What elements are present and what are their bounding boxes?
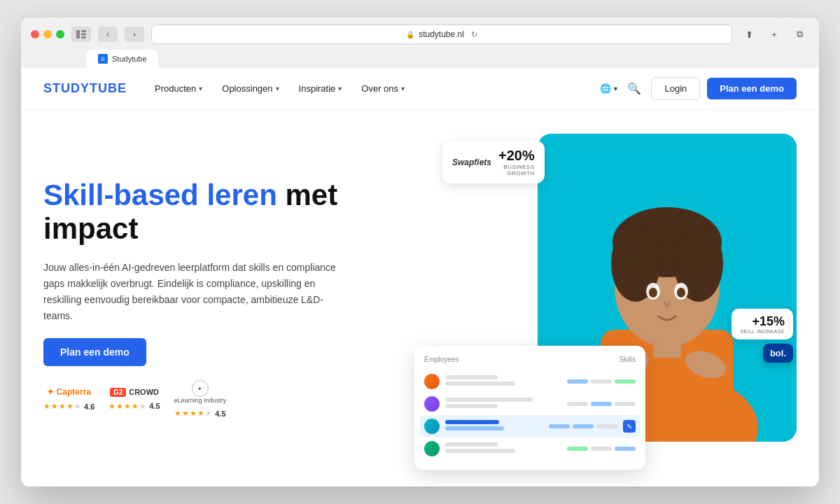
sub-bar xyxy=(445,382,515,386)
sub-bar xyxy=(445,404,498,408)
ratings-section: ✦ Capterra ★ ★ ★ ★ ★ 4.6 xyxy=(43,380,393,418)
employees-col-header: Employees xyxy=(424,356,458,363)
skills-col-header: Skills xyxy=(620,356,636,363)
dashboard-card: Employees Skills xyxy=(414,346,645,470)
star-icon: ★ xyxy=(132,402,139,411)
g2-stars: ★ ★ ★ ★ ★ 4.5 xyxy=(108,402,160,411)
badge-top-logo: Swapfiets xyxy=(452,158,491,167)
nav-oplossingen-label: Oplossingen xyxy=(222,83,272,94)
g2-score: 4.5 xyxy=(149,402,160,410)
capterra-rating: ✦ Capterra ★ ★ ★ ★ ★ 4.6 xyxy=(43,387,94,411)
nav-over-ons[interactable]: Over ons ▾ xyxy=(361,83,405,94)
elearning-label: eLearning Industry xyxy=(174,397,227,404)
skill-pill xyxy=(615,402,636,406)
nav-oplossingen[interactable]: Oplossingen ▾ xyxy=(222,83,279,94)
chevron-down-icon: ▾ xyxy=(338,85,342,92)
employee-name xyxy=(445,420,543,433)
table-row-highlighted: ✎ xyxy=(420,415,640,438)
edit-icon: ✎ xyxy=(623,420,636,433)
skills-bars xyxy=(567,402,636,406)
new-tab-button[interactable]: + xyxy=(764,27,784,42)
nav-links: Producten ▾ Oplossingen ▾ Inspiratie ▾ O… xyxy=(155,83,600,94)
search-button[interactable]: 🔍 xyxy=(624,79,644,98)
name-bar xyxy=(445,442,498,447)
table-row xyxy=(424,370,636,393)
share-button[interactable]: ⬆ xyxy=(739,27,759,42)
language-selector[interactable]: 🌐 ▾ xyxy=(600,83,617,94)
hero-section: Skill-based leren met impact Jouw alles-… xyxy=(21,110,819,486)
top-badge: Swapfiets +20% BUSINESS GROWTH xyxy=(442,141,545,183)
nav-inspiratie[interactable]: Inspiratie ▾ xyxy=(299,83,342,94)
hero-title: Skill-based leren met impact xyxy=(43,178,393,246)
plan-demo-nav-button[interactable]: Plan een demo xyxy=(707,78,797,99)
skills-bars xyxy=(549,424,617,428)
name-bar xyxy=(445,375,498,379)
svg-point-14 xyxy=(677,288,685,298)
avatar xyxy=(424,396,440,412)
star-icon: ★ xyxy=(116,402,123,411)
hero-description: Jouw alles-in-één AI-gedreven leerplatfo… xyxy=(43,260,344,324)
skill-percentage: +15% xyxy=(740,314,785,329)
g2-badge: G2 xyxy=(110,388,126,397)
browser-window: ‹ › 🔒 studytube.nl ↻ ⬆ + ⧉ S Studytube xyxy=(21,18,819,486)
star-icon: ★ xyxy=(66,402,74,411)
browser-chrome: ‹ › 🔒 studytube.nl ↻ ⬆ + ⧉ S Studytube xyxy=(21,18,819,68)
star-icon: ★ xyxy=(174,409,181,418)
star-icon: ★ xyxy=(139,402,146,411)
reload-icon: ↻ xyxy=(471,30,477,39)
back-button[interactable]: ‹ xyxy=(98,27,118,42)
svg-rect-15 xyxy=(653,337,681,358)
badge-percentage: +20% xyxy=(498,148,535,164)
skill-pill xyxy=(591,379,612,384)
login-button[interactable]: Login xyxy=(651,77,700,100)
language-chevron: ▾ xyxy=(614,85,617,92)
close-dot[interactable] xyxy=(31,30,39,38)
skill-pill xyxy=(567,402,588,406)
badge-top-stat: +20% BUSINESS GROWTH xyxy=(498,148,535,176)
nav-over-ons-label: Over ons xyxy=(361,83,398,94)
name-bar xyxy=(445,398,533,402)
sub-bar xyxy=(445,449,515,453)
star-icon: ★ xyxy=(51,402,58,411)
employee-name xyxy=(445,375,561,388)
star-icon: ★ xyxy=(74,402,81,411)
nav-actions: 🌐 ▾ 🔍 Login Plan een demo xyxy=(600,77,797,100)
minimize-dot[interactable] xyxy=(43,30,52,38)
hero-left: Skill-based leren met impact Jouw alles-… xyxy=(43,178,393,419)
nav-producten[interactable]: Producten ▾ xyxy=(155,83,202,94)
address-bar[interactable]: 🔒 studytube.nl ↻ xyxy=(151,24,732,44)
star-icon: ★ xyxy=(190,409,197,418)
svg-rect-1 xyxy=(81,30,86,32)
name-bar-active xyxy=(445,420,499,424)
maximize-dot[interactable] xyxy=(56,30,64,38)
avatar xyxy=(424,441,440,456)
nav-producten-label: Producten xyxy=(155,83,196,94)
sidebar-toggle[interactable] xyxy=(71,27,91,42)
forward-button[interactable]: › xyxy=(125,27,144,42)
table-row xyxy=(424,393,636,415)
badge-label-line2: GROWTH xyxy=(498,170,535,176)
skill-pill xyxy=(549,424,570,428)
star-icon: ★ xyxy=(59,402,66,411)
tab-favicon: S xyxy=(98,54,108,64)
hero-title-blue: Skill-based leren xyxy=(43,178,277,211)
skill-pill xyxy=(567,447,588,451)
active-tab[interactable]: S Studytube xyxy=(87,50,158,68)
skill-pill xyxy=(615,447,636,451)
chevron-down-icon: ▾ xyxy=(401,85,405,92)
chevron-down-icon: ▾ xyxy=(199,85,202,92)
bol-badge: bol. xyxy=(763,344,793,363)
svg-rect-2 xyxy=(81,34,86,36)
employee-name xyxy=(445,398,561,410)
skill-pill xyxy=(567,379,588,384)
duplicate-button[interactable]: ⧉ xyxy=(790,27,809,42)
star-icon: ★ xyxy=(205,409,212,418)
employee-name xyxy=(445,442,561,455)
avatar xyxy=(424,419,440,434)
elearning-stars: ★ ★ ★ ★ ★ 4.5 xyxy=(174,409,225,418)
sub-bar xyxy=(445,426,504,430)
skill-pill xyxy=(573,424,594,428)
svg-point-13 xyxy=(649,288,657,298)
logo[interactable]: STUDYTUBE xyxy=(43,81,127,96)
plan-demo-hero-button[interactable]: Plan een demo xyxy=(43,338,146,366)
